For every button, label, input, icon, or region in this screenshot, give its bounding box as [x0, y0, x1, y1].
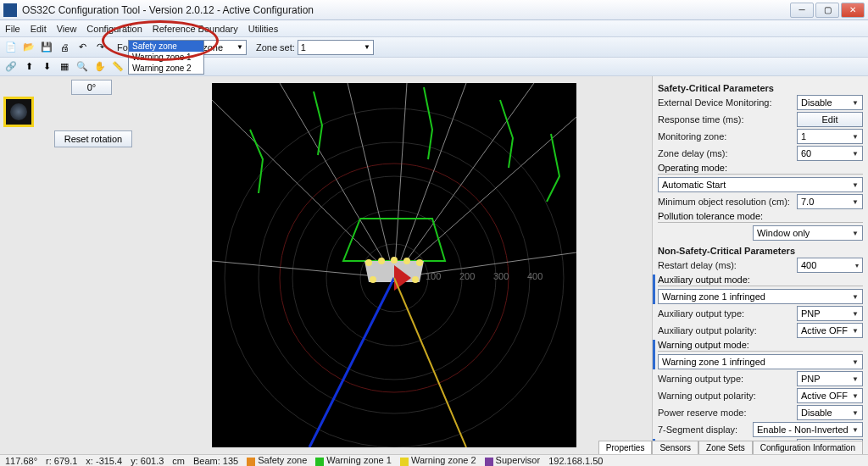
poll-tol-label: Pollution tolerance mode:	[658, 211, 863, 221]
menu-file[interactable]: File	[5, 24, 20, 34]
warn-out-type-label: Warning output type:	[658, 374, 793, 384]
tool-redo-icon[interactable]: ↷	[92, 40, 108, 55]
tool-connect-icon[interactable]: 🔗	[3, 59, 19, 75]
tool-print-icon[interactable]: 🖨	[57, 40, 72, 55]
sensor-icon	[3, 97, 34, 127]
menu-edit[interactable]: Edit	[31, 24, 47, 34]
svg-point-18	[378, 258, 385, 264]
op-mode-label: Operating mode:	[658, 163, 863, 173]
tool-save-icon[interactable]: 💾	[39, 40, 54, 55]
min-obj-select[interactable]: 7.0▼	[797, 194, 863, 209]
menu-view[interactable]: View	[57, 24, 77, 34]
lidar-radar-view[interactable]: 100200300400	[212, 83, 576, 447]
svg-text:300: 300	[493, 271, 509, 281]
status-beam: Beam: 135	[193, 456, 238, 466]
status-bar: 117.68° r: 679.1 x: -315.4 y: 601.3 cm B…	[0, 454, 868, 466]
power-res-select[interactable]: Disable▼	[797, 405, 863, 420]
ext-dev-label: External Device Monitoring:	[658, 97, 793, 108]
title-bar: OS32C Configuration Tool - Version 2.0.1…	[0, 0, 868, 20]
tab-properties[interactable]: Properties	[598, 441, 653, 454]
foreground-dropdown-list[interactable]: Safety zone Warning zone 1 Warning zone …	[128, 40, 204, 75]
svg-point-20	[403, 258, 410, 264]
zone-delay-label: Zone delay (ms):	[658, 148, 793, 158]
canvas-area[interactable]: 100200300400	[136, 76, 652, 458]
tool-zoom-icon[interactable]: 🔍	[75, 59, 90, 75]
zoneset-label: Zone set:	[256, 42, 295, 53]
svg-text:200: 200	[459, 271, 475, 281]
fg-option-safety[interactable]: Safety zone	[129, 41, 203, 52]
menu-configuration[interactable]: Configuration	[86, 24, 142, 34]
tab-sensors[interactable]: Sensors	[652, 441, 698, 454]
close-button[interactable]: ✕	[841, 3, 865, 18]
mon-zone-label: Monitoring zone:	[658, 131, 793, 141]
left-column: 0° Reset rotation	[0, 76, 136, 458]
svg-line-8	[348, 83, 394, 278]
tool-upload-icon[interactable]: ⬆	[21, 59, 36, 75]
status-r: r: 679.1	[46, 456, 77, 466]
tab-config-info[interactable]: Configuration Information	[753, 441, 863, 454]
poll-tol-select[interactable]: Window only▼	[753, 225, 863, 241]
resp-time-label: Response time (ms):	[658, 114, 793, 125]
tool-measure-icon[interactable]: 📏	[110, 59, 125, 75]
aux-out-type-select[interactable]: PNP▼	[797, 306, 863, 321]
svg-line-25	[394, 278, 466, 447]
power-res-label: Power reserve mode:	[658, 408, 793, 418]
warn-out-pol-label: Warning output polarity:	[658, 391, 793, 401]
status-ip: 192.168.1.50	[548, 456, 603, 466]
status-wz2: Warning zone 2	[400, 455, 476, 465]
svg-point-21	[416, 259, 423, 266]
restart-delay-label: Restart delay (ms):	[658, 260, 793, 270]
status-angle: 117.68°	[5, 456, 37, 466]
ext-dev-select[interactable]: Disable▼	[797, 95, 863, 110]
fg-option-wz1[interactable]: Warning zone 1	[129, 52, 203, 63]
safety-params-title: Safety-Critical Parameters	[658, 83, 863, 93]
warn-out-mode-select[interactable]: Warning zone 1 infringed▼	[658, 354, 863, 369]
zero-angle-button[interactable]: 0°	[71, 80, 112, 95]
svg-line-11	[394, 83, 534, 278]
status-x: x: -315.4	[86, 456, 122, 466]
status-wz1: Warning zone 1	[315, 455, 392, 465]
bottom-tabs: Properties Sensors Zone Sets Configurati…	[598, 441, 863, 454]
mon-zone-select[interactable]: 1▼	[797, 129, 863, 144]
tool-download-icon[interactable]: ⬇	[39, 59, 54, 75]
menu-utilities[interactable]: Utilities	[248, 24, 278, 34]
status-supervisor: Supervisor	[485, 455, 541, 465]
aux-out-mode-label: Auxiliary output mode:	[658, 275, 863, 285]
tab-zone-sets[interactable]: Zone Sets	[698, 441, 753, 454]
tool-pan-icon[interactable]: ✋	[92, 59, 108, 75]
fg-option-wz2[interactable]: Warning zone 2	[129, 63, 203, 74]
warn-out-mode-label: Warning output mode:	[658, 340, 863, 350]
aux-out-pol-label: Auxiliary output polarity:	[658, 325, 793, 336]
resp-time-edit-button[interactable]: Edit	[797, 112, 863, 127]
menu-reference-boundary[interactable]: Reference Boundary	[153, 24, 238, 34]
app-icon	[3, 3, 17, 17]
svg-text:100: 100	[426, 271, 441, 281]
tool-open-icon[interactable]: 📂	[21, 40, 36, 55]
min-obj-label: Minimum object resolution (cm):	[658, 197, 793, 207]
warn-out-pol-select[interactable]: Active OFF▼	[797, 388, 863, 403]
op-mode-select[interactable]: Automatic Start▼	[658, 177, 863, 192]
tool-undo-icon[interactable]: ↶	[75, 40, 90, 55]
svg-point-22	[370, 276, 376, 283]
seg7-select[interactable]: Enable - Non-Inverted▼	[753, 422, 863, 437]
parameters-panel: Safety-Critical Parameters External Devi…	[652, 76, 868, 458]
warn-out-type-select[interactable]: PNP▼	[797, 371, 863, 386]
aux-out-mode-select[interactable]: Warning zone 1 infringed▼	[658, 289, 863, 304]
svg-point-19	[391, 257, 398, 264]
nonsafety-params-title: Non-Safety-Critical Parameters	[658, 246, 863, 256]
window-title: OS32C Configuration Tool - Version 2.0.1…	[22, 4, 790, 16]
status-y: y: 601.3	[131, 456, 164, 466]
svg-point-17	[365, 259, 372, 266]
minimize-button[interactable]: ─	[790, 3, 814, 18]
aux-out-pol-select[interactable]: Active OFF▼	[797, 323, 863, 338]
svg-point-23	[412, 276, 419, 283]
tool-new-icon[interactable]: 📄	[3, 40, 19, 55]
status-unit: cm	[172, 456, 185, 466]
zone-delay-select[interactable]: 60▼	[797, 146, 863, 161]
zoneset-select[interactable]: 1▼	[298, 40, 374, 55]
reset-rotation-button[interactable]: Reset rotation	[54, 130, 132, 147]
svg-line-24	[309, 278, 394, 447]
tool-grid-icon[interactable]: ▦	[57, 59, 72, 75]
restart-delay-input[interactable]: 400▾	[797, 258, 863, 273]
maximize-button[interactable]: ▢	[815, 3, 839, 18]
